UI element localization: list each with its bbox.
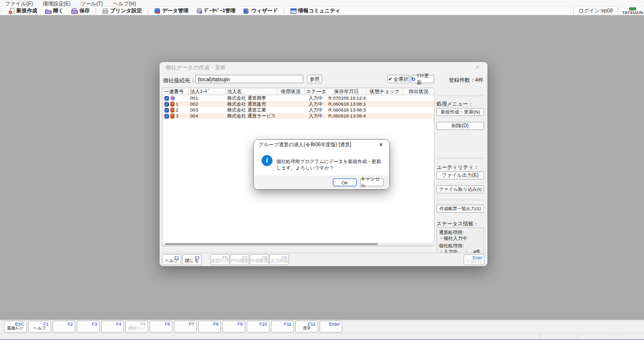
fnkey-f3[interactable]: F3 bbox=[77, 321, 100, 333]
data-management-button[interactable]: データ管理 bbox=[150, 7, 192, 15]
status-line: ・個社入力中 bbox=[439, 235, 482, 241]
row-checkbox[interactable]: ✓ bbox=[164, 102, 169, 107]
fkey-f8-created-reports: F8 作成帳票 bbox=[250, 254, 269, 265]
horizontal-scrollbar[interactable] bbox=[162, 242, 434, 246]
registered-count: 登録件数：4件 bbox=[449, 77, 483, 84]
divider bbox=[436, 200, 484, 200]
toolbar-separator bbox=[148, 8, 148, 14]
col-status[interactable]: ステータス bbox=[305, 88, 327, 95]
browse-button[interactable]: 参照 bbox=[307, 75, 322, 83]
col-saved[interactable]: 保存年月日 bbox=[327, 88, 367, 95]
data-management-icon bbox=[154, 8, 161, 14]
cancel-button[interactable]: キャンセル bbox=[360, 178, 384, 186]
fnkey-f11[interactable]: F11 bbox=[271, 321, 294, 333]
wizard-button[interactable]: ウィザード bbox=[239, 7, 281, 15]
col-seq[interactable]: 一連番号 bbox=[162, 88, 189, 95]
delete-button[interactable]: 削除(D) bbox=[436, 122, 484, 130]
table-row[interactable]: ✓ 001 株式会社 通算商事 入力中 R.070106 16:12:45 bbox=[162, 95, 434, 101]
new-document-icon bbox=[8, 8, 15, 14]
window-title: 個社データの作成・更新 bbox=[165, 64, 474, 71]
col-usage[interactable]: 使用状況 bbox=[277, 88, 305, 95]
printer-icon bbox=[102, 8, 108, 14]
table-row[interactable]: ✓ 3 004 株式会社 通算サービス 入力中 R.060618 13:08:4… bbox=[162, 113, 434, 119]
table-header-row: 一連番号 法人ｺｰﾄﾞ 法人名 使用状況 ステータス 保存年月日 状態チェック … bbox=[162, 88, 434, 95]
fnkey-f1-help[interactable]: F1ヘルプ bbox=[28, 321, 51, 333]
menu-help[interactable]: ヘルプ(H) bbox=[108, 0, 141, 7]
code-value: 003 bbox=[189, 107, 226, 113]
save-button[interactable]: 保存 bbox=[67, 7, 94, 15]
menu-bar: ファイル(F) 環境設定(E) ツール(T) ヘルプ(H) bbox=[0, 0, 644, 7]
open-button[interactable]: 開く bbox=[41, 7, 67, 15]
printer-settings-button[interactable]: プリンタ設定 bbox=[98, 7, 146, 15]
dialog-footer: OK キャンセル bbox=[254, 175, 389, 189]
menu-file[interactable]: ファイル(F) bbox=[0, 0, 38, 7]
seq-value: 1 bbox=[176, 101, 178, 107]
table-row[interactable]: ✓ 1 002 株式会社 通算販売 入力中 R.060618 13:08:16 bbox=[162, 101, 434, 107]
process-menu-heading: 処理メニュー： bbox=[436, 101, 473, 108]
info-community-button[interactable]: 情報コミュニティ bbox=[286, 7, 344, 15]
confirm-dialog: グループ通算の達人(令和06年度版) [通算] ✕ i 個社処理用プログラムにデ… bbox=[254, 140, 389, 189]
col-name[interactable]: 法人名 bbox=[226, 88, 278, 95]
seq-value: 2 bbox=[176, 107, 178, 113]
toolbar-grip bbox=[1, 8, 3, 14]
fnkey-f2[interactable]: F2 bbox=[53, 321, 75, 333]
file-export-button[interactable]: ファイル出力(E) bbox=[436, 171, 484, 179]
saved-value: R.060618 13:08:45 bbox=[327, 113, 367, 119]
window-titlebar[interactable]: 個社データの作成・更新 ✕ bbox=[160, 62, 487, 73]
status-value: 入力中 bbox=[305, 107, 327, 113]
scrollbar-thumb[interactable] bbox=[165, 243, 378, 245]
fnkey-f6[interactable]: F6 bbox=[150, 321, 172, 333]
fkey-f6-status-check: F6 状態ﾁｪｯｸ bbox=[210, 254, 229, 265]
database-management-button[interactable]: ﾃﾞｰﾀﾍﾞｰｽ管理 bbox=[192, 7, 239, 15]
fkey-f1-help[interactable]: F1 ヘルプ bbox=[162, 254, 181, 265]
fkey-f9-input-content: F9 入力内容 bbox=[269, 254, 289, 265]
dialog-titlebar[interactable]: グループ通算の達人(令和06年度版) [通算] ✕ bbox=[254, 140, 389, 150]
fnkey-esc-business-menu[interactable]: ESC業務ﾒﾆｭｰ bbox=[4, 321, 27, 333]
menu-tools[interactable]: ツール(T) bbox=[75, 0, 107, 7]
name-value: 株式会社 通算販売 bbox=[226, 101, 278, 107]
code-value: 001 bbox=[189, 95, 226, 101]
fnkey-f8[interactable]: F8 bbox=[198, 321, 221, 333]
refresh-list-button[interactable]: ↻ ﾘｽﾄ更新 bbox=[411, 75, 434, 83]
menu-settings[interactable]: 環境設定(E) bbox=[38, 0, 75, 7]
report-list-output-button[interactable]: 作成帳票一覧出力(S) bbox=[436, 205, 484, 213]
row-checkbox[interactable]: ✓ bbox=[164, 108, 169, 113]
window-fkey-bar: F1 ヘルプ F2 閉じる F6 状態ﾁｪｯｸ F7 ｱｸｾｽ権限 F8 作成帳… bbox=[160, 253, 487, 266]
create-update-button[interactable]: 新規作成・更新(N) bbox=[436, 108, 484, 116]
file-import-button[interactable]: ファイル取り込み(I) bbox=[436, 185, 484, 193]
fnkey-f12-kanji[interactable]: F12漢字 bbox=[295, 321, 318, 333]
save-folder-icon bbox=[71, 8, 78, 14]
status-value: 入力中 bbox=[305, 101, 327, 107]
check-icon: ✔ bbox=[388, 76, 392, 82]
col-code[interactable]: 法人ｺｰﾄﾞ bbox=[189, 88, 226, 95]
fnkey-enter[interactable]: Enter bbox=[320, 321, 342, 333]
new-button[interactable]: 新規作成 bbox=[4, 7, 41, 15]
fnkey-f10[interactable]: F10 bbox=[247, 321, 269, 333]
fkey-f7-access-rights: F7 ｱｸｾｽ権限 bbox=[230, 254, 249, 265]
row-checkbox[interactable]: ✓ bbox=[164, 96, 169, 101]
saved-value: R.060618 13:08:16 bbox=[327, 101, 367, 107]
refresh-icon: ↻ bbox=[411, 77, 416, 82]
connection-input[interactable] bbox=[195, 75, 303, 83]
fnkey-f7[interactable]: F7 bbox=[174, 321, 197, 333]
window-close-icon[interactable]: ✕ bbox=[474, 64, 482, 71]
database-management-label: ﾃﾞｰﾀﾍﾞｰｽ管理 bbox=[204, 7, 235, 14]
row-checkbox[interactable]: ✓ bbox=[164, 114, 169, 118]
login-status-label: ログイン:ep08 bbox=[579, 7, 613, 14]
app-logo: TATSUZIN bbox=[618, 7, 644, 15]
bottom-fkey-bar: ESC業務ﾒﾆｭｰ F1ヘルプ F2 F3 F4 F5機能ﾒﾆｭｰ F6 F7 … bbox=[0, 320, 644, 333]
statusbar-separator bbox=[540, 334, 540, 339]
info-community-icon bbox=[290, 8, 297, 14]
status-info-heading: ステータス情報： bbox=[436, 221, 479, 227]
col-check[interactable]: 状態チェック bbox=[367, 88, 404, 95]
select-all-button[interactable]: ✔ 全選択 bbox=[387, 75, 409, 83]
open-button-label: 開く bbox=[53, 7, 63, 14]
col-export[interactable]: 持出状況 bbox=[403, 88, 434, 95]
fkey-f2-close[interactable]: F2 閉じる bbox=[182, 254, 202, 265]
dialog-close-icon[interactable]: ✕ bbox=[377, 142, 384, 148]
table-row[interactable]: ✓ 2 003 株式会社 通算工業 入力中 R.060618 13:08:31 bbox=[162, 107, 434, 113]
fnkey-f4[interactable]: F4 bbox=[101, 321, 124, 333]
status-bar bbox=[0, 333, 644, 340]
fnkey-f9[interactable]: F9 bbox=[222, 321, 245, 333]
ok-button[interactable]: OK bbox=[333, 178, 357, 186]
